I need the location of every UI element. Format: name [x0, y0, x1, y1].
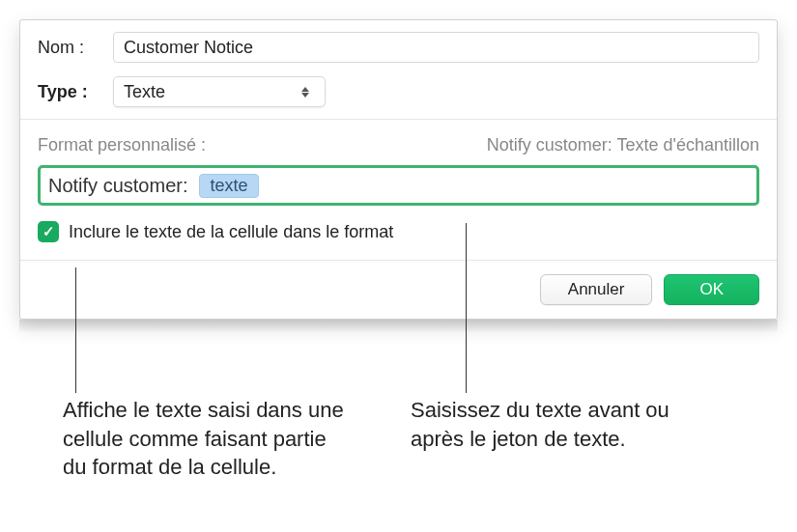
- type-label: Type :: [38, 82, 113, 102]
- up-down-chevron-icon: [296, 80, 315, 103]
- name-label: Nom :: [38, 38, 113, 58]
- include-text-checkbox[interactable]: ✓: [38, 221, 59, 242]
- name-input[interactable]: [113, 32, 759, 63]
- custom-format-dialog: Nom : Type : Texte Format personnalisé :…: [19, 19, 778, 320]
- text-token[interactable]: texte: [199, 174, 258, 198]
- cancel-button[interactable]: Annuler: [540, 274, 653, 305]
- format-sample-text: Notify customer: Texte d'échantillon: [487, 135, 759, 155]
- check-icon: ✓: [43, 223, 55, 240]
- format-label: Format personnalisé :: [38, 135, 206, 155]
- format-input[interactable]: Notify customer: texte: [38, 165, 759, 206]
- checkbox-label: Inclure le texte de la cellule dans le f…: [69, 222, 393, 242]
- callout-left-text: Affiche le texte saisi dans une cellule …: [63, 396, 353, 482]
- format-prefix-text: Notify customer:: [48, 175, 187, 197]
- callout-right-text: Saisissez du texte avant ou après le jet…: [411, 396, 681, 453]
- ok-button[interactable]: OK: [664, 274, 759, 305]
- type-select[interactable]: Texte: [113, 76, 326, 107]
- type-select-value: Texte: [124, 82, 165, 102]
